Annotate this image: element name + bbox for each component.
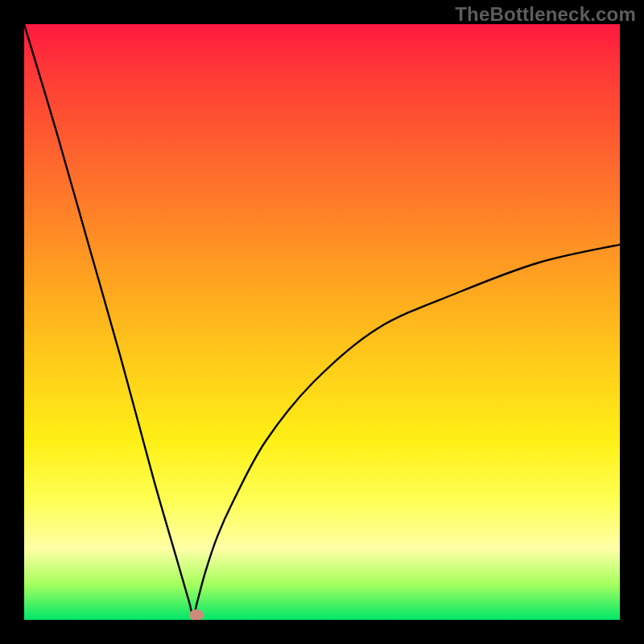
minimum-marker bbox=[189, 609, 204, 620]
plot-area bbox=[24, 24, 620, 620]
bottleneck-curve bbox=[24, 24, 620, 620]
chart-frame: TheBottleneck.com bbox=[0, 0, 644, 644]
curve-path bbox=[24, 24, 620, 617]
watermark-text: TheBottleneck.com bbox=[455, 3, 636, 26]
